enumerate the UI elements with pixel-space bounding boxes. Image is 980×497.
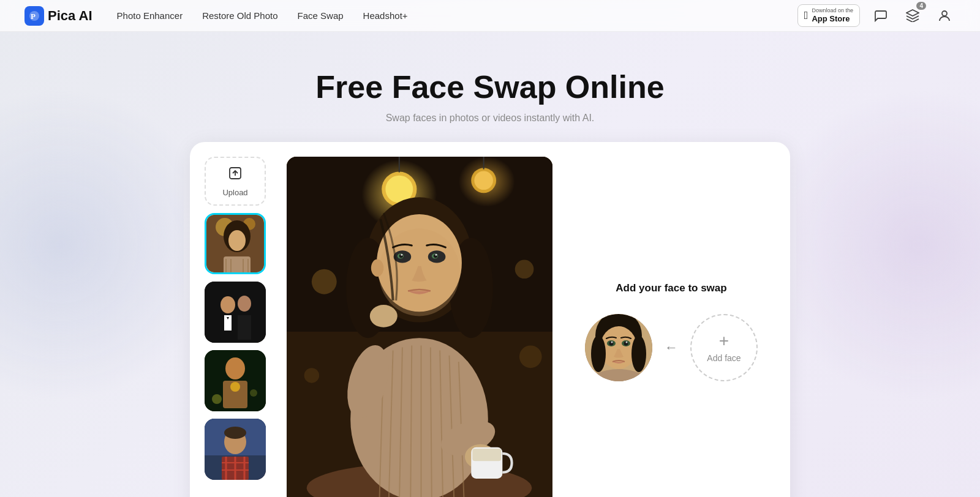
svg-point-94 [626, 341, 628, 343]
nav-item-headshot-plus[interactable]: Headshot+ [363, 8, 408, 23]
svg-point-32 [224, 427, 246, 439]
svg-rect-22 [238, 315, 251, 340]
nav-item-photo-enhancer[interactable]: Photo Enhancer [117, 8, 183, 23]
svg-point-83 [371, 259, 383, 277]
sidebar: Upload [205, 157, 272, 497]
add-face-button[interactable]: + Add face [690, 314, 758, 381]
app-store-button[interactable]:  Download on the App Store [797, 4, 860, 26]
svg-point-51 [304, 368, 320, 383]
user-profile-button[interactable] [933, 4, 956, 26]
hero-title: Free Face Swap Online [12, 69, 968, 105]
hero-subtitle: Swap faces in photos or videos instantly… [12, 113, 968, 124]
svg-point-84 [370, 305, 398, 327]
download-on-label: Download on the [812, 7, 853, 14]
upload-label: Upload [222, 188, 247, 197]
thumbnail-3[interactable] [205, 350, 266, 411]
svg-point-49 [312, 269, 337, 294]
right-panel: Add your face to swap [567, 157, 775, 497]
add-face-label: Add face [707, 353, 741, 363]
svg-point-52 [519, 345, 542, 368]
source-face-circle [585, 314, 652, 381]
svg-point-25 [250, 389, 257, 397]
svg-point-3 [942, 11, 947, 16]
hero-section: Free Face Swap Online Swap faces in phot… [0, 32, 980, 142]
svg-point-95 [591, 335, 606, 372]
svg-point-26 [225, 357, 245, 379]
svg-text:P: P [31, 12, 36, 21]
thumbnail-4[interactable] [205, 419, 266, 480]
svg-rect-67 [472, 449, 501, 461]
svg-point-46 [474, 171, 493, 190]
svg-point-10 [228, 230, 246, 251]
messages-button[interactable] [870, 4, 892, 26]
nav-item-face-swap[interactable]: Face Swap [298, 8, 344, 23]
layers-button[interactable]: 4 [902, 4, 924, 26]
logo-icon: P [24, 6, 44, 26]
header-right:  Download on the App Store 4 [797, 4, 956, 26]
apple-icon:  [804, 9, 809, 22]
thumbnail-2[interactable] [205, 282, 266, 343]
main-card: Upload [190, 142, 790, 497]
svg-point-24 [212, 394, 222, 404]
svg-point-93 [611, 341, 613, 343]
logo-text: Pica AI [48, 8, 92, 24]
swap-arrow-icon: ← [665, 340, 678, 356]
svg-point-28 [230, 382, 240, 392]
add-face-plus-icon: + [719, 332, 729, 349]
svg-rect-11 [224, 256, 251, 272]
notification-count: 4 [916, 2, 926, 10]
svg-marker-2 [907, 10, 919, 16]
svg-point-82 [435, 254, 437, 256]
app-store-name: App Store [812, 14, 853, 24]
main-photo [287, 157, 552, 497]
nav-item-restore-old-photo[interactable]: Restore Old Photo [202, 8, 277, 23]
thumbnail-1[interactable] [205, 213, 266, 274]
svg-point-21 [238, 296, 251, 312]
add-face-title: Add your face to swap [616, 282, 726, 294]
logo[interactable]: P Pica AI [24, 6, 92, 26]
header: P Pica AI Photo Enhancer Restore Old Pho… [0, 0, 980, 32]
svg-point-81 [401, 254, 402, 256]
svg-point-50 [515, 260, 534, 278]
app-store-text: Download on the App Store [812, 7, 853, 23]
upload-icon [228, 166, 243, 184]
svg-point-96 [631, 335, 646, 372]
svg-point-17 [221, 296, 235, 313]
upload-button[interactable]: Upload [205, 157, 266, 206]
main-nav: Photo Enhancer Restore Old Photo Face Sw… [117, 8, 797, 23]
face-swap-area: ← + Add face [585, 314, 758, 381]
